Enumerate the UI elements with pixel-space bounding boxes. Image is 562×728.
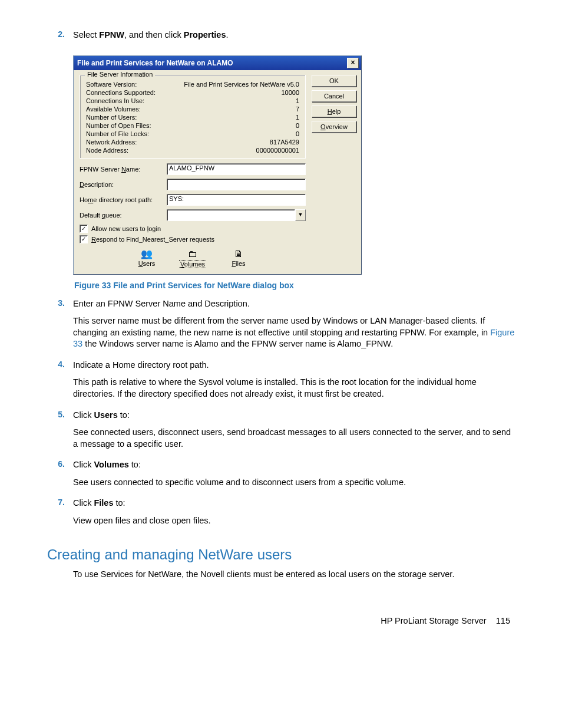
file-icon: 🗎 [234, 249, 243, 259]
file-server-info-group: File Server Information Software Version… [80, 75, 306, 159]
step-number: 5. [47, 410, 73, 456]
info-value: 000000000001 [256, 147, 299, 154]
text-bold: Volumes [94, 460, 128, 469]
default-queue-value [167, 209, 295, 221]
home-path-label: Home directory root path: [80, 196, 167, 203]
description-input[interactable] [167, 179, 306, 190]
files-button[interactable]: 🗎 Files [221, 249, 256, 268]
ok-button[interactable]: OK [312, 75, 356, 87]
users-icon: 👥 [141, 249, 153, 259]
page-number: 115 [496, 616, 510, 625]
text: to: [114, 498, 125, 508]
server-name-input[interactable]: ALAMO_FPNW [167, 163, 306, 175]
text-bold: FPNW [99, 30, 124, 39]
allow-login-checkbox[interactable]: ✓ Allow new users to login [80, 225, 306, 233]
step-body: Indicate a Home directory root path. Thi… [73, 360, 515, 406]
info-value: 7 [296, 106, 299, 113]
checkbox-label: Allow new users to login [91, 225, 161, 232]
info-label: Connections Supported: [86, 89, 156, 96]
checkbox-icon: ✓ [80, 235, 88, 243]
volumes-button[interactable]: 🗀 Volumes [175, 249, 210, 268]
text: Click [73, 460, 94, 469]
text: , and then click [124, 30, 184, 39]
text: Enter an FPNW Server Name and Descriptio… [73, 298, 515, 310]
info-label: Network Address: [86, 139, 137, 146]
cancel-button[interactable]: Cancel [312, 90, 356, 102]
text: to: [129, 460, 141, 469]
chevron-down-icon[interactable]: ▼ [295, 209, 306, 221]
dialog-window: File and Print Services for NetWare on A… [73, 55, 362, 275]
button-label: Volumes [179, 260, 206, 268]
home-path-input[interactable]: SYS: [167, 194, 306, 206]
info-label: Software Version: [86, 81, 137, 88]
info-value: File and Print Services for NetWare v5.0 [184, 81, 299, 88]
info-label: Available Volumes: [86, 106, 141, 113]
users-button[interactable]: 👥 Users [129, 249, 164, 268]
checkbox-label: Respond to Find_Nearest_Server requests [91, 236, 214, 243]
close-button[interactable]: × [347, 58, 359, 68]
section-heading: Creating and managing NetWare users [47, 546, 515, 563]
info-label: Number of Users: [86, 114, 137, 121]
step-number: 6. [47, 459, 73, 494]
info-value: 1 [296, 97, 299, 104]
step-body: Click Volumes to: See users connected to… [73, 459, 515, 494]
figure-caption: Figure 33 File and Print Services for Ne… [74, 281, 515, 290]
help-button[interactable]: Help [312, 106, 356, 117]
text: to: [118, 410, 130, 420]
step-number: 3. [47, 298, 73, 356]
footer-text: HP ProLiant Storage Server [381, 616, 486, 625]
info-label: Number of Open Files: [86, 122, 151, 129]
server-name-label: FPNW Server Name: [80, 166, 167, 173]
info-value: 10000 [281, 89, 299, 96]
text: Select [73, 30, 99, 39]
text-bold: Users [94, 410, 117, 420]
checkbox-icon: ✓ [80, 225, 88, 233]
group-label: File Server Information [85, 71, 155, 78]
text: the Windows server name is Alamo and the… [82, 339, 393, 348]
text: See users connected to specific volume a… [73, 477, 515, 489]
info-value: 0 [296, 130, 299, 137]
button-label: Users [137, 260, 157, 267]
respond-checkbox[interactable]: ✓ Respond to Find_Nearest_Server request… [80, 235, 306, 243]
section-body: To use Services for NetWare, the Novell … [73, 569, 515, 581]
step-body: Select FPNW, and then click Properties. [73, 29, 515, 47]
text: See connected users, disconnect users, s… [73, 427, 515, 450]
step-number: 2. [47, 29, 73, 47]
info-value: 817A5429 [270, 139, 299, 146]
text: View open files and close open files. [73, 515, 515, 527]
info-label: Node Address: [86, 147, 128, 154]
info-value: 1 [296, 114, 299, 121]
page-footer: HP ProLiant Storage Server 115 [47, 616, 515, 625]
window-title: File and Print Services for NetWare on A… [77, 59, 233, 67]
figure: File and Print Services for NetWare on A… [73, 55, 515, 290]
button-label: Files [230, 260, 246, 267]
info-label: Connections In Use: [86, 97, 144, 104]
step-body: Click Files to: View open files and clos… [73, 498, 515, 532]
default-queue-label: Default queue: [80, 212, 167, 219]
title-bar: File and Print Services for NetWare on A… [74, 56, 361, 70]
text: This server name must be different from … [73, 316, 490, 337]
info-value: 0 [296, 122, 299, 129]
step-number: 4. [47, 360, 73, 406]
text-bold: Files [94, 498, 113, 508]
text-bold: Properties [184, 30, 226, 39]
text: Click [73, 498, 94, 508]
text: This path is relative to where the Sysvo… [73, 377, 515, 400]
text: Indicate a Home directory root path. [73, 360, 515, 371]
default-queue-select[interactable]: ▼ [167, 209, 306, 221]
step-number: 7. [47, 498, 73, 532]
step-body: Enter an FPNW Server Name and Descriptio… [73, 298, 515, 356]
overview-button[interactable]: Overview [312, 121, 356, 133]
text: . [226, 30, 229, 39]
step-body: Click Users to: See connected users, dis… [73, 410, 515, 456]
description-label: Description: [80, 181, 167, 188]
info-label: Number of File Locks: [86, 130, 149, 137]
folder-icon: 🗀 [188, 249, 197, 259]
text: Click [73, 410, 94, 420]
